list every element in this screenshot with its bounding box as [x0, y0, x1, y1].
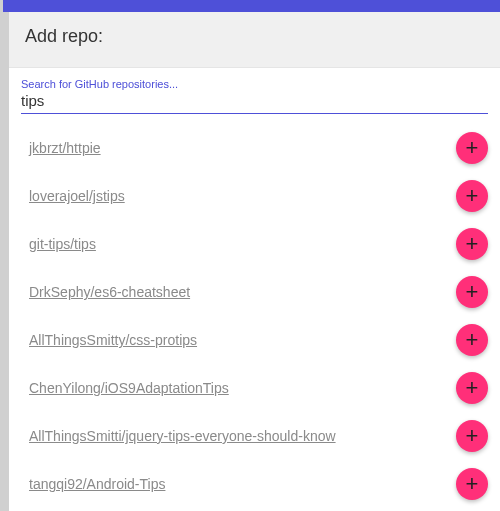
result-row: DrkSephy/es6-cheatsheet+: [29, 268, 488, 316]
search-label: Search for GitHub repositories...: [21, 78, 488, 90]
plus-icon: +: [466, 377, 479, 399]
results-list: jkbrzt/httpie+loverajoel/jstips+git-tips…: [9, 114, 500, 511]
add-repo-modal: Add repo: Search for GitHub repositories…: [9, 12, 500, 511]
add-repo-button[interactable]: +: [456, 324, 488, 356]
add-repo-button[interactable]: +: [456, 276, 488, 308]
plus-icon: +: [466, 425, 479, 447]
repo-link[interactable]: tangqi92/Android-Tips: [29, 476, 165, 492]
modal-header: Add repo:: [9, 12, 500, 68]
result-row: loverajoel/jstips+: [29, 172, 488, 220]
repo-link[interactable]: jkbrzt/httpie: [29, 140, 101, 156]
plus-icon: +: [466, 281, 479, 303]
search-section: Search for GitHub repositories...: [9, 68, 500, 114]
plus-icon: +: [466, 473, 479, 495]
result-row: AllThingsSmitti/jquery-tips-everyone-sho…: [29, 412, 488, 460]
add-repo-button[interactable]: +: [456, 228, 488, 260]
plus-icon: +: [466, 233, 479, 255]
repo-link[interactable]: DrkSephy/es6-cheatsheet: [29, 284, 190, 300]
modal-title: Add repo:: [25, 26, 484, 47]
repo-link[interactable]: AllThingsSmitty/css-protips: [29, 332, 197, 348]
result-row: tangqi92/Android-Tips+: [29, 460, 488, 508]
add-repo-button[interactable]: +: [456, 132, 488, 164]
repo-link[interactable]: git-tips/tips: [29, 236, 96, 252]
result-row: ChenYilong/iOS9AdaptationTips+: [29, 364, 488, 412]
result-row: jkbrzt/httpie+: [29, 124, 488, 172]
repo-link[interactable]: loverajoel/jstips: [29, 188, 125, 204]
add-repo-button[interactable]: +: [456, 468, 488, 500]
repo-link[interactable]: ChenYilong/iOS9AdaptationTips: [29, 380, 229, 396]
repo-link[interactable]: AllThingsSmitti/jquery-tips-everyone-sho…: [29, 428, 336, 444]
add-repo-button[interactable]: +: [456, 420, 488, 452]
search-input[interactable]: [21, 90, 488, 114]
app-top-bar: [3, 0, 500, 12]
result-row: AllThingsSmitty/css-protips+: [29, 316, 488, 364]
plus-icon: +: [466, 137, 479, 159]
plus-icon: +: [466, 185, 479, 207]
plus-icon: +: [466, 329, 479, 351]
add-repo-button[interactable]: +: [456, 180, 488, 212]
result-row: git-tips/tips+: [29, 220, 488, 268]
add-repo-button[interactable]: +: [456, 372, 488, 404]
